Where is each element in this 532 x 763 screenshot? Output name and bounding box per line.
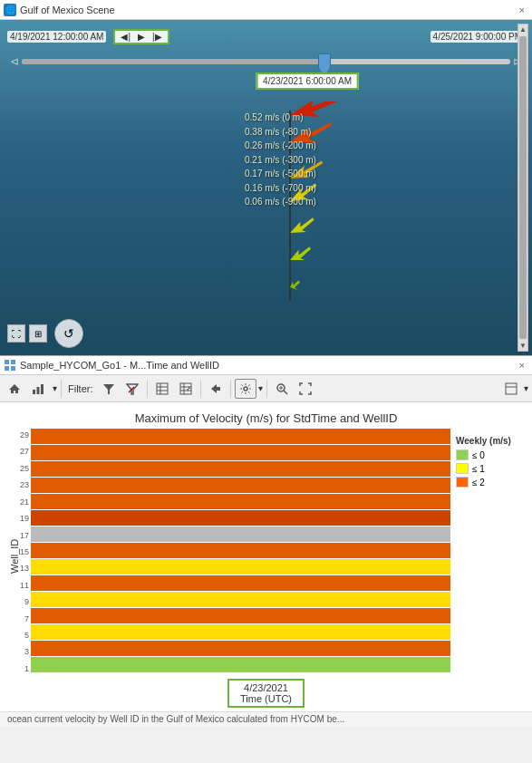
svg-marker-16	[103, 384, 114, 394]
toolbar-fullscreen-button[interactable]	[295, 379, 316, 399]
scene-panel: 4/19/2021 12:00:00 AM ◀| ▶ |▶ 4/25/2021 …	[0, 20, 532, 355]
y-tick: 29	[5, 430, 29, 439]
y-tick: 13	[5, 564, 29, 573]
svg-marker-5	[288, 216, 317, 239]
y-tick: 17	[5, 531, 29, 540]
velocity-label-0: 0.52 m/s (0 m)	[245, 111, 426, 125]
svg-point-29	[244, 387, 247, 391]
toolbar-filter-exclude-button[interactable]	[121, 379, 143, 399]
velocity-label-2: 0.26 m/s (-200 m)	[245, 139, 426, 153]
chart-axis-label: Time (UTC)	[240, 693, 292, 704]
scroll-up-arrow[interactable]: ▲	[518, 24, 527, 34]
svg-rect-39	[31, 478, 450, 493]
toolbar-settings-dropdown[interactable]: ▾	[258, 383, 263, 393]
toolbar-zoom-button[interactable]	[271, 379, 293, 399]
slider-track[interactable]	[22, 59, 510, 64]
chart-plot: 2927252321191715131197531	[31, 429, 450, 675]
svg-rect-48	[31, 624, 450, 640]
title-bar: 🌐 Gulf of Mexico Scene ×	[0, 0, 532, 20]
y-tick: 25	[5, 464, 29, 473]
scene-overlay-btn-1[interactable]: ⛶	[7, 324, 25, 343]
scroll-thumb[interactable]	[519, 36, 527, 339]
svg-rect-45	[31, 575, 450, 591]
y-ticks: 2927252321191715131197531	[5, 429, 29, 675]
svg-rect-37	[31, 445, 450, 460]
prev-frame-button[interactable]: ◀|	[119, 32, 132, 42]
bottom-panel: Sample_HYCOM_Go1 - M...Time and WellID ×…	[0, 355, 532, 726]
title-bar-close-button[interactable]: ×	[516, 5, 528, 15]
toolbar-sep-3	[200, 380, 201, 398]
svg-rect-46	[31, 592, 450, 607]
legend-item: ≤ 1	[456, 463, 527, 474]
svg-rect-15	[41, 384, 44, 394]
panel-close-button[interactable]: ×	[516, 360, 528, 371]
svg-rect-47	[31, 608, 450, 623]
panel-title-icon	[4, 359, 16, 372]
toolbar-home-button[interactable]	[4, 379, 25, 399]
legend-title: Weekly (m/s)	[456, 436, 527, 446]
svg-rect-40	[31, 494, 450, 509]
toolbar-filter-button[interactable]	[98, 379, 120, 399]
toolbar-sep-5	[266, 380, 267, 398]
slider-tooltip: 4/23/2021 6:00:00 AM	[256, 72, 359, 90]
svg-rect-9	[11, 360, 15, 364]
svg-rect-19	[157, 383, 168, 394]
y-tick: 15	[5, 547, 29, 556]
toolbar-table-button[interactable]	[151, 379, 173, 399]
svg-rect-10	[5, 366, 9, 371]
toolbar-back-button[interactable]	[205, 379, 227, 399]
chart-body: Well_ID 2927252321191715131197531 Weekly…	[9, 429, 532, 675]
velocity-label-5: 0.16 m/s (-700 m)	[245, 181, 426, 196]
toolbar-sep-2	[147, 380, 148, 398]
chart-and-legend: 2927252321191715131197531 Weekly (m/s) ≤…	[25, 429, 532, 675]
chart-x-annotation: 4/23/2021 Time (UTC)	[227, 679, 305, 708]
y-tick: 21	[5, 497, 29, 507]
y-tick: 5	[5, 631, 29, 640]
scene-overlay-btn-2[interactable]: ⊞	[29, 324, 47, 343]
legend-swatch	[456, 449, 469, 460]
scroll-down-arrow[interactable]: ▼	[518, 341, 527, 351]
play-button[interactable]: ▶	[136, 32, 147, 42]
toolbar-export-button[interactable]	[175, 379, 197, 399]
scene-rotate-button[interactable]: ↺	[54, 319, 83, 348]
chart-legend: Weekly (m/s) ≤ 0≤ 1≤ 2	[450, 429, 532, 675]
svg-rect-44	[31, 559, 450, 575]
toolbar-more-button[interactable]	[500, 379, 522, 399]
toolbar-more-dropdown[interactable]: ▾	[524, 383, 528, 393]
timeline-controls: ◀| ▶ |▶	[113, 29, 169, 44]
next-frame-button[interactable]: |▶	[150, 32, 164, 42]
slider-start-icon: ⊲	[7, 55, 22, 68]
timeline-start-time: 4/19/2021 12:00:00 AM	[7, 31, 106, 43]
svg-rect-13	[33, 390, 35, 394]
legend-items: ≤ 0≤ 1≤ 2	[456, 449, 527, 488]
toolbar-chart-button[interactable]	[27, 379, 49, 399]
panel-title-text: Sample_HYCOM_Go1 - M...Time and WellID	[20, 360, 516, 371]
svg-rect-43	[31, 543, 450, 558]
svg-marker-12	[9, 384, 20, 393]
svg-rect-50	[31, 657, 450, 672]
chart-svg	[31, 429, 450, 673]
svg-rect-34	[506, 383, 517, 394]
toolbar-chart-dropdown[interactable]: ▾	[53, 383, 57, 393]
legend-swatch	[456, 477, 469, 488]
toolbar-sep-4	[230, 380, 231, 398]
y-tick: 3	[5, 647, 29, 656]
y-tick: 1	[5, 664, 29, 673]
velocity-label-3: 0.21 m/s (-300 m)	[245, 153, 426, 168]
timeline-slider-container: ⊲ ⊳	[7, 53, 525, 71]
svg-marker-28	[211, 384, 220, 393]
timeline-end-time: 4/25/2021 9:00:00 PM	[430, 31, 525, 43]
y-tick: 27	[5, 447, 29, 456]
legend-swatch	[456, 463, 469, 474]
scene-scrollbar: ▲ ▼	[517, 24, 528, 352]
svg-line-31	[284, 391, 287, 394]
slider-thumb[interactable]	[318, 53, 331, 70]
toolbar-settings-button[interactable]	[235, 379, 256, 399]
legend-item: ≤ 2	[456, 477, 527, 488]
chart-container: Maximum of Velocity (m/s) for StdTime an…	[0, 402, 532, 711]
velocity-label-6: 0.06 m/s (-900 m)	[245, 195, 426, 209]
svg-rect-36	[31, 429, 450, 444]
y-tick: 23	[5, 480, 29, 489]
panel-title-bar: Sample_HYCOM_Go1 - M...Time and WellID ×	[0, 355, 532, 375]
app-icon: 🌐	[4, 4, 16, 16]
